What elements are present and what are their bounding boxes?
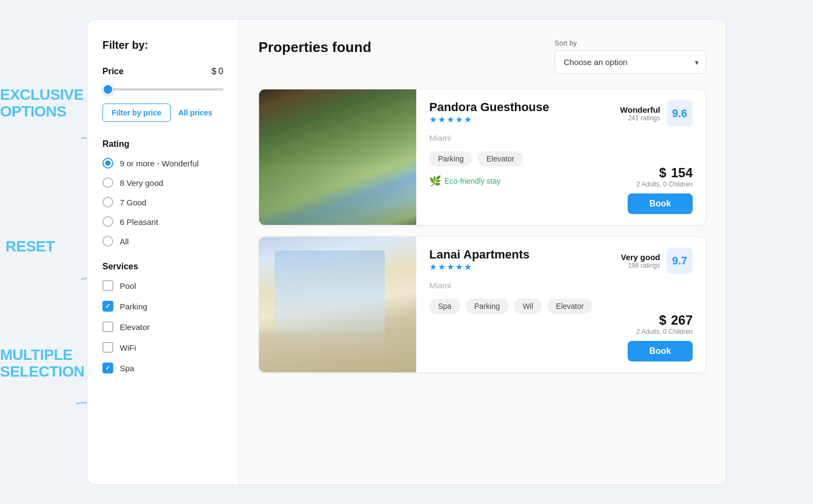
- checkbox-parking-label: Parking: [120, 302, 147, 311]
- stars-lanai: ★ ★ ★ ★ ★: [429, 262, 530, 272]
- stars-pandora: ★ ★ ★ ★ ★: [429, 114, 549, 125]
- price-label: Price: [102, 67, 124, 76]
- annotation-exclusive: EXCLUSIVE OPTIONS: [0, 87, 83, 120]
- checkbox-wifi-label: WiFi: [120, 343, 136, 352]
- amenity-tags-pandora: Parking Elevator: [429, 151, 693, 166]
- rating-info-pandora: Wonderful 241 ratings 9.6: [620, 100, 693, 126]
- eco-label-pandora: Eco-friendly stay: [444, 177, 500, 185]
- annotation-reset: RESET: [5, 238, 55, 255]
- main-card: Filter by: Price $ 0 Filter by price All…: [87, 19, 726, 485]
- price-value-lanai: 267: [671, 313, 693, 327]
- radio-all-label: All: [120, 237, 129, 246]
- page-title: Properties found: [259, 39, 371, 56]
- rating-label-lanai: Very good: [621, 253, 660, 262]
- price-slider[interactable]: [102, 88, 223, 91]
- checkbox-pool-label: Pool: [120, 281, 136, 290]
- property-image-lanai: [259, 237, 416, 372]
- rating-badge-pandora: 9.6: [667, 100, 693, 126]
- book-button-lanai[interactable]: Book: [628, 341, 693, 361]
- amenity-tags-lanai: Spa Parking Wil Elevator: [429, 299, 693, 314]
- checkbox-spa: [102, 363, 113, 373]
- price-slider-container[interactable]: [102, 83, 223, 93]
- radio-6-label: 6 Pleasant: [120, 217, 158, 227]
- radio-9-label: 9 or more - Wonderful: [120, 159, 199, 168]
- star-4: ★: [455, 114, 463, 125]
- price-value: 0: [218, 67, 223, 76]
- star-3: ★: [447, 114, 454, 125]
- book-button-pandora[interactable]: Book: [628, 193, 693, 214]
- price-section-lanai: $ 267 2 Adults, 0 Children Book: [628, 313, 693, 361]
- property-details-pandora: Pandora Guesthouse ★ ★ ★ ★ ★: [416, 89, 706, 225]
- services-label: Services: [102, 262, 223, 272]
- price-currency: $: [211, 67, 216, 76]
- property-name-pandora: Pandora Guesthouse: [429, 100, 549, 114]
- rating-count-pandora: 241 ratings: [620, 114, 660, 122]
- radio-7-indicator: [102, 197, 113, 208]
- price-amount-pandora: $ 154: [628, 165, 693, 180]
- service-spa[interactable]: Spa: [102, 363, 223, 373]
- rating-option-6[interactable]: 6 Pleasant: [102, 216, 223, 227]
- rating-count-lanai: 198 ratings: [621, 262, 660, 269]
- star-5: ★: [464, 114, 472, 125]
- sort-box: Sort by Choose an option Price (low to h…: [554, 39, 706, 74]
- amenity-tag-spa: Spa: [429, 299, 460, 314]
- star-1: ★: [429, 262, 437, 272]
- filter-price-button[interactable]: Filter by price: [102, 104, 171, 122]
- sidebar-title: Filter by:: [102, 39, 223, 51]
- sidebar: Filter by: Price $ 0 Filter by price All…: [87, 20, 239, 484]
- property-header-pandora: Pandora Guesthouse ★ ★ ★ ★ ★: [429, 100, 693, 129]
- property-location-lanai: Miami: [429, 281, 693, 290]
- radio-7-label: 7 Good: [120, 198, 146, 207]
- rating-section: Rating 9 or more - Wonderful 8 Very good…: [102, 139, 223, 247]
- star-4: ★: [455, 262, 463, 272]
- star-3: ★: [447, 262, 454, 272]
- sort-select[interactable]: Choose an option Price (low to high) Pri…: [554, 50, 706, 74]
- property-image-pandora: [259, 89, 416, 225]
- property-name-lanai: Lanai Apartments: [429, 248, 530, 262]
- checkbox-parking: [102, 301, 113, 312]
- checkbox-pool: [102, 280, 113, 291]
- checkbox-wifi: [102, 342, 113, 353]
- star-2: ★: [438, 114, 446, 125]
- top-bar: Properties found Sort by Choose an optio…: [259, 39, 706, 74]
- checkbox-elevator: [102, 321, 113, 332]
- sort-label: Sort by: [554, 39, 706, 47]
- property-card-lanai: Lanai Apartments ★ ★ ★ ★ ★: [259, 236, 706, 373]
- price-value-pandora: 154: [671, 165, 693, 180]
- star-2: ★: [438, 262, 446, 272]
- property-header-lanai: Lanai Apartments ★ ★ ★ ★ ★: [429, 248, 693, 276]
- radio-8-indicator: [102, 177, 113, 188]
- sort-select-wrapper: Choose an option Price (low to high) Pri…: [554, 50, 706, 74]
- radio-6-indicator: [102, 216, 113, 227]
- star-5: ★: [464, 262, 472, 272]
- radio-9-indicator: [102, 158, 113, 169]
- amenity-tag-elevator: Elevator: [547, 299, 592, 314]
- main-content: Properties found Sort by Choose an optio…: [239, 20, 726, 484]
- price-section: Price $ 0 Filter by price All prices: [102, 67, 223, 122]
- amenity-tag-wil: Wil: [514, 299, 541, 314]
- rating-badge-lanai: 9.7: [667, 248, 693, 274]
- service-wifi[interactable]: WiFi: [102, 342, 223, 353]
- property-card-pandora: Pandora Guesthouse ★ ★ ★ ★ ★: [259, 89, 706, 225]
- service-elevator[interactable]: Elevator: [102, 321, 223, 332]
- rating-option-all[interactable]: All: [102, 236, 223, 247]
- amenity-tag-parking: Parking: [466, 299, 508, 314]
- price-amount-lanai: $ 267: [628, 313, 693, 328]
- rating-label-pandora: Wonderful: [620, 105, 660, 114]
- property-location-pandora: Miami: [429, 133, 693, 143]
- service-parking[interactable]: Parking: [102, 301, 223, 312]
- star-1: ★: [429, 114, 437, 125]
- radio-8-label: 8 Very good: [120, 178, 163, 188]
- all-prices-link[interactable]: All prices: [178, 108, 212, 117]
- rating-option-7[interactable]: 7 Good: [102, 197, 223, 208]
- price-section-pandora: $ 154 2 Adults, 0 Children Book: [628, 165, 693, 214]
- price-guests-pandora: 2 Adults, 0 Children: [628, 180, 693, 188]
- service-pool[interactable]: Pool: [102, 280, 223, 291]
- rating-option-9[interactable]: 9 or more - Wonderful: [102, 158, 223, 169]
- rating-option-8[interactable]: 8 Very good: [102, 177, 223, 188]
- annotation-multiple: MULTIPLE SELECTION: [0, 347, 85, 380]
- checkbox-spa-label: Spa: [120, 364, 134, 373]
- rating-label: Rating: [102, 139, 223, 149]
- amenity-tag-parking: Parking: [429, 151, 472, 166]
- property-details-lanai: Lanai Apartments ★ ★ ★ ★ ★: [416, 237, 706, 372]
